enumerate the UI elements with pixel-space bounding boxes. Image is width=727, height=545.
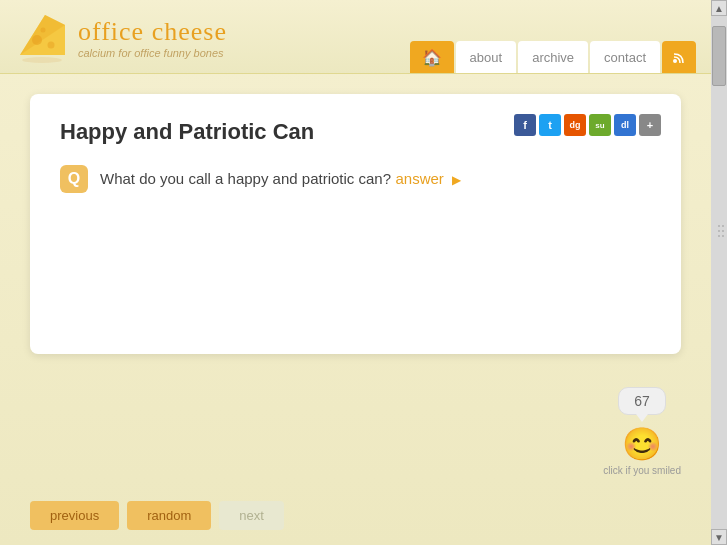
nav-home-button[interactable]: 🏠 (410, 41, 454, 73)
nav-about-button[interactable]: about (456, 41, 517, 73)
content-area: f t dg su dl + Happy and Patriotic Can Q… (0, 74, 711, 496)
nav-rss-button[interactable] (662, 41, 696, 73)
nav-bar: 🏠 about archive contact (410, 41, 696, 73)
digg-share-button[interactable]: dg (564, 114, 586, 136)
social-icons: f t dg su dl + (514, 114, 661, 136)
nav-buttons: previous random next (0, 501, 711, 545)
scrollbar: ▲ ▼ (711, 0, 727, 545)
header: office cheese calcium for office funny b… (0, 0, 711, 74)
facebook-share-button[interactable]: f (514, 114, 536, 136)
stumbleupon-share-button[interactable]: su (589, 114, 611, 136)
cheese-icon (15, 10, 70, 65)
q-icon: Q (60, 165, 88, 193)
logo-text-area: office cheese calcium for office funny b… (78, 17, 227, 59)
scroll-down-button[interactable]: ▼ (711, 529, 727, 545)
svg-point-4 (41, 28, 46, 33)
svg-point-7 (673, 59, 677, 63)
svg-point-2 (32, 35, 42, 45)
logo-area: office cheese calcium for office funny b… (15, 10, 227, 73)
smiley-area: 67 😊 click if you smiled (603, 387, 681, 476)
dotted-pattern (715, 221, 727, 241)
arrow-icon: ▶ (452, 173, 461, 187)
logo-title: office cheese (78, 17, 227, 47)
svg-point-5 (22, 57, 62, 63)
question-body: What do you call a happy and patriotic c… (100, 170, 391, 187)
nav-archive-button[interactable]: archive (518, 41, 588, 73)
svg-point-3 (48, 42, 55, 49)
smiley-button[interactable]: 😊 (622, 425, 662, 463)
main-content: office cheese calcium for office funny b… (0, 0, 711, 545)
scroll-up-button[interactable]: ▲ (711, 0, 727, 16)
next-button[interactable]: next (219, 501, 284, 530)
random-button[interactable]: random (127, 501, 211, 530)
smile-caption: click if you smiled (603, 465, 681, 476)
scroll-track (711, 16, 727, 529)
more-share-button[interactable]: + (639, 114, 661, 136)
scroll-thumb[interactable] (712, 26, 726, 86)
question-text: What do you call a happy and patriotic c… (100, 170, 461, 188)
twitter-share-button[interactable]: t (539, 114, 561, 136)
delicious-share-button[interactable]: dl (614, 114, 636, 136)
question-row: Q What do you call a happy and patriotic… (60, 165, 651, 193)
smile-count: 67 (634, 393, 650, 409)
smile-count-bubble: 67 (618, 387, 666, 415)
nav-contact-button[interactable]: contact (590, 41, 660, 73)
logo-subtitle: calcium for office funny bones (78, 47, 227, 59)
joke-card: f t dg su dl + Happy and Patriotic Can Q… (30, 94, 681, 354)
previous-button[interactable]: previous (30, 501, 119, 530)
answer-link[interactable]: answer (395, 170, 443, 187)
